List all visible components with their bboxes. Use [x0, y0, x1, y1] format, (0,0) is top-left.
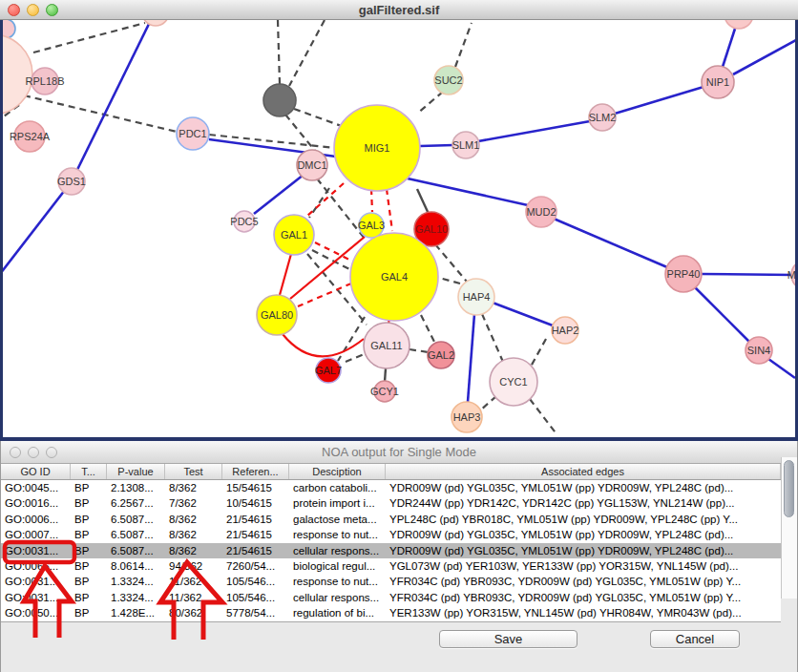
- table-row[interactable]: GO:0050...BP1.428E...80/3625778/54...reg…: [1, 605, 781, 620]
- column-header-goid[interactable]: GO ID: [1, 464, 71, 479]
- node-unlabeled[interactable]: [3, 34, 32, 115]
- network-edge[interactable]: [455, 23, 472, 67]
- network-edge[interactable]: [768, 359, 795, 378]
- table-cell: 11/362: [165, 574, 222, 589]
- table-row[interactable]: GO:0031...BP1.3324...11/362105/546...res…: [1, 574, 781, 589]
- node-label: GAL2: [428, 349, 454, 361]
- node-label: GAL4: [381, 271, 408, 283]
- table-cell: 8/362: [165, 527, 222, 542]
- node-label: GCY1: [370, 386, 399, 397]
- network-edge[interactable]: [33, 23, 145, 52]
- network-edge[interactable]: [387, 189, 392, 231]
- network-edge[interactable]: [278, 20, 280, 84]
- network-edge[interactable]: [3, 181, 72, 274]
- network-edge[interactable]: [480, 396, 496, 410]
- column-header-t[interactable]: T...: [71, 464, 107, 479]
- table-row[interactable]: GO:0006...BP6.5087...8/36221/54615galact…: [1, 512, 781, 527]
- node-label: GAL7: [315, 365, 342, 376]
- node-unlabeled[interactable]: [724, 20, 753, 29]
- table-cell: BP: [71, 495, 107, 511]
- network-edge[interactable]: [478, 121, 590, 141]
- window-controls-inactive: [10, 447, 57, 458]
- column-header-test[interactable]: Test: [165, 464, 222, 479]
- node-unlabeled[interactable]: [263, 84, 296, 116]
- node-label: RPS24A: [10, 131, 51, 142]
- table-row[interactable]: GO:0045...BP2.1308...8/36215/54615carbon…: [1, 480, 781, 495]
- scrollbar-thumb[interactable]: [784, 460, 794, 517]
- network-edge[interactable]: [254, 175, 304, 214]
- noa-titlebar[interactable]: NOA output for Single Mode: [1, 441, 797, 464]
- network-edge[interactable]: [468, 314, 474, 402]
- network-edge[interactable]: [554, 219, 667, 267]
- network-edge[interactable]: [421, 315, 435, 344]
- network-edge[interactable]: [439, 278, 460, 284]
- network-edge[interactable]: [371, 189, 372, 212]
- network-edge[interactable]: [417, 189, 429, 214]
- table-row[interactable]: GO:0016...BP6.2567...7/36210/54615protei…: [1, 495, 781, 511]
- table-cell: 10/54615: [222, 495, 289, 511]
- zoom-button[interactable]: [46, 447, 57, 458]
- save-button[interactable]: Save: [439, 630, 578, 648]
- graph-content: RPL18BRPS24AGDS1PDC1DMC1MIG1SUC2SLM1SLM2…: [0, 20, 798, 441]
- column-header-pvalue[interactable]: P-value: [107, 464, 165, 479]
- vertical-scrollbar[interactable]: [781, 457, 797, 598]
- table-row[interactable]: GO:0031...BP6.5087...8/36221/54615cellul…: [1, 543, 781, 558]
- network-edge[interactable]: [723, 29, 735, 67]
- network-edge[interactable]: [417, 92, 443, 114]
- node-label: PDC1: [178, 128, 206, 139]
- table-cell: 94/362: [165, 558, 222, 574]
- table-cell: YFR034C (pd) YBR093C, YDR009W (pd) YGL03…: [386, 590, 781, 605]
- network-edge[interactable]: [531, 339, 546, 367]
- network-edge[interactable]: [435, 244, 467, 282]
- table-cell: YPL248C (pd) YBR018C, YML051W (pp) YDR00…: [386, 512, 781, 527]
- table-body: GO:0045...BP2.1308...8/36215/54615carbon…: [1, 480, 781, 622]
- node-unlabeled[interactable]: [142, 20, 169, 26]
- network-edge[interactable]: [408, 178, 528, 205]
- zoom-button[interactable]: [46, 4, 58, 16]
- node-label: SLM2: [589, 112, 617, 123]
- column-header-desciption[interactable]: Desciption: [289, 464, 386, 479]
- node-label: HAP2: [552, 325, 579, 336]
- table-cell: 6.2567...: [107, 495, 165, 511]
- table-cell: 6.5087...: [107, 527, 165, 542]
- network-edge[interactable]: [695, 287, 749, 342]
- table-cell: carbon cataboli...: [289, 480, 386, 495]
- close-button[interactable]: [10, 447, 21, 458]
- network-edge[interactable]: [338, 317, 365, 361]
- network-edge[interactable]: [385, 368, 386, 382]
- table-row[interactable]: GO:0031...BP1.3324...11/362105/546...cel…: [1, 590, 781, 605]
- network-edge[interactable]: [530, 399, 557, 435]
- network-edge[interactable]: [493, 303, 553, 326]
- network-canvas[interactable]: RPL18BRPS24AGDS1PDC1DMC1MIG1SUC2SLM1SLM2…: [3, 20, 795, 437]
- minimize-button[interactable]: [28, 447, 39, 458]
- column-header-associatededges[interactable]: Associated edges: [386, 464, 781, 479]
- graph-titlebar[interactable]: galFiltered.sif: [0, 0, 798, 20]
- table-cell: BP: [71, 605, 107, 620]
- network-edge[interactable]: [482, 314, 503, 362]
- table-row[interactable]: GO:0065...BP8.0614...94/3627260/54...bio…: [1, 558, 781, 574]
- table-cell: GO:0007...: [1, 527, 71, 542]
- network-edge[interactable]: [346, 353, 367, 362]
- minimize-button[interactable]: [27, 4, 39, 16]
- network-edge[interactable]: [285, 115, 315, 151]
- table-cell: GO:0031...: [1, 590, 71, 605]
- network-edge[interactable]: [615, 87, 704, 114]
- node-label: HAP4: [463, 291, 491, 303]
- network-edge[interactable]: [280, 254, 291, 295]
- network-edge[interactable]: [72, 20, 151, 181]
- table-cell: 5778/54...: [222, 605, 289, 620]
- network-edge[interactable]: [24, 95, 177, 132]
- table-row[interactable]: GO:0007...BP6.5087...8/36221/54615respon…: [1, 527, 781, 542]
- column-header-referen[interactable]: Referen...: [222, 464, 289, 479]
- network-edge[interactable]: [309, 188, 329, 218]
- network-edge[interactable]: [701, 274, 793, 275]
- node-label: GAL1: [281, 229, 307, 241]
- network-edge[interactable]: [289, 20, 325, 86]
- network-edge[interactable]: [420, 145, 453, 146]
- table-cell: YDR009W (pd) YGL035C, YML051W (pp) YDR00…: [386, 543, 781, 558]
- cancel-button[interactable]: Cancel: [650, 630, 740, 648]
- node-unlabeled[interactable]: [3, 20, 15, 38]
- close-button[interactable]: [8, 4, 20, 16]
- network-edge[interactable]: [410, 349, 429, 352]
- network-edge[interactable]: [733, 40, 795, 74]
